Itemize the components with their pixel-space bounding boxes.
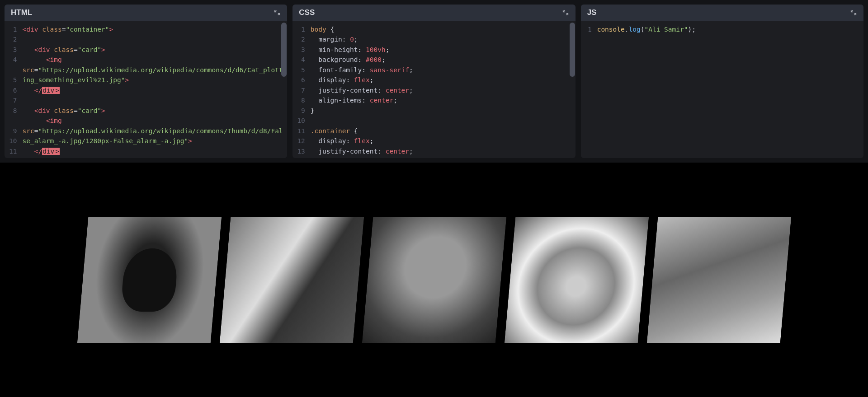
- js-panel-header: JS: [581, 5, 863, 21]
- scrollbar[interactable]: [570, 23, 575, 77]
- collapse-icon[interactable]: [562, 9, 569, 16]
- card-5: [646, 217, 791, 343]
- cat-image: [219, 217, 363, 343]
- editors-row: HTML 1234 5678 9101112 13 <div class="co…: [0, 0, 868, 163]
- js-editor[interactable]: 1 console.log("Ali Samir");: [581, 21, 863, 158]
- card-4: [504, 217, 648, 343]
- scrollbar[interactable]: [281, 23, 287, 77]
- html-code[interactable]: <div class="container"> <div class="card…: [19, 21, 287, 158]
- card-3: [362, 217, 506, 343]
- js-gutter: 1: [581, 21, 594, 158]
- cat-image: [646, 217, 791, 343]
- css-editor[interactable]: 1234567891011121314151617181920 body { m…: [292, 21, 575, 158]
- cat-image: [362, 217, 506, 343]
- css-gutter: 1234567891011121314151617181920: [292, 21, 307, 158]
- html-gutter: 1234 5678 9101112 13: [5, 21, 19, 158]
- cat-image: [504, 217, 648, 343]
- collapse-icon[interactable]: [850, 9, 857, 16]
- html-panel: HTML 1234 5678 9101112 13 <div class="co…: [5, 5, 287, 158]
- html-panel-header: HTML: [5, 5, 287, 21]
- js-panel-title: JS: [587, 8, 597, 17]
- css-panel: CSS 1234567891011121314151617181920 body…: [292, 5, 575, 158]
- html-editor[interactable]: 1234 5678 9101112 13 <div class="contain…: [5, 21, 287, 158]
- css-panel-title: CSS: [299, 8, 315, 17]
- cat-image: [77, 217, 221, 343]
- css-code[interactable]: body { margin: 0; min-height: 100vh; bac…: [308, 21, 576, 158]
- html-panel-title: HTML: [11, 8, 32, 17]
- js-code[interactable]: console.log("Ali Samir");: [594, 21, 863, 158]
- js-panel: JS 1 console.log("Ali Samir");: [581, 5, 863, 158]
- cards-container: [77, 217, 791, 343]
- card-1: [77, 217, 221, 343]
- css-panel-header: CSS: [292, 5, 575, 21]
- preview-pane: [0, 163, 868, 397]
- collapse-icon[interactable]: [274, 9, 281, 16]
- card-2: [219, 217, 363, 343]
